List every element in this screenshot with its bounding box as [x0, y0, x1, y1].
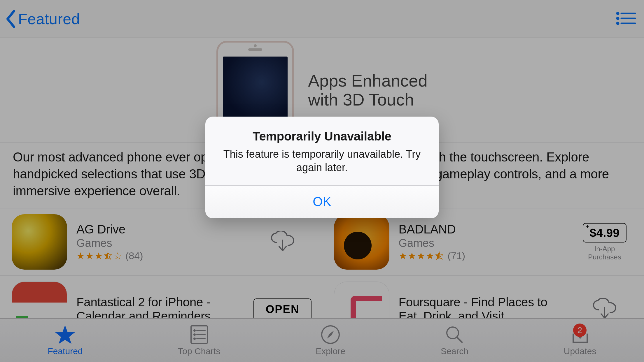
alert-ok-button[interactable]: OK [205, 185, 439, 218]
alert-dialog: Temporarily Unavailable This feature is … [205, 117, 439, 218]
alert-message: This feature is temporarily unavailable.… [219, 147, 425, 174]
alert-title: Temporarily Unavailable [219, 129, 425, 143]
